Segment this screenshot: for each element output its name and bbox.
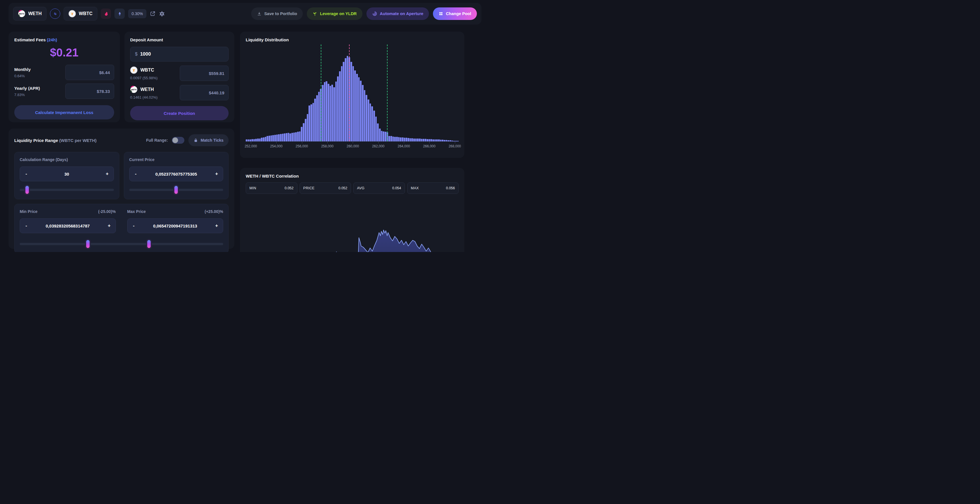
x-axis-tick xyxy=(251,142,251,143)
calc-range-value[interactable]: 30 xyxy=(33,172,101,176)
current-price-increment-button[interactable]: + xyxy=(210,171,223,177)
calc-range-slider[interactable] xyxy=(20,186,114,194)
uniswap-protocol-badge[interactable] xyxy=(101,8,111,19)
x-axis-label: 260,000 xyxy=(347,144,359,148)
calculate-impermanent-loss-button[interactable]: Calculate Impermanent Loss xyxy=(14,105,114,119)
yearly-fees-label: Yearly (APR) xyxy=(14,86,40,90)
current-price-marker-line xyxy=(349,44,350,141)
download-icon xyxy=(257,11,262,16)
match-ticks-button[interactable]: Match Ticks xyxy=(188,134,229,146)
token0-label: WETH xyxy=(28,11,42,16)
current-price-label: Current Price xyxy=(129,157,223,162)
app-page: WETH WETH ₮ WBTC xyxy=(0,0,490,252)
full-range-label: Full Range: xyxy=(146,138,168,143)
grid-icon xyxy=(439,11,443,16)
current-price-slider[interactable] xyxy=(129,186,223,194)
deposit-amount-input-wrap: $ xyxy=(130,47,229,62)
full-range-toggle[interactable] xyxy=(172,137,185,144)
liquidity-distribution-card: Liquidity Distribution 252,000254,000256… xyxy=(240,32,464,158)
change-pool-button[interactable]: Change Pool xyxy=(433,8,477,20)
ethereum-network-badge[interactable] xyxy=(115,8,125,19)
max-price-value[interactable]: 0,06547200947191313 xyxy=(140,223,211,228)
current-price-panel: Current Price - 0,0523776075775305 + xyxy=(124,152,229,199)
max-price-pct: (+25.00)% xyxy=(205,209,223,214)
external-link-icon xyxy=(150,11,156,17)
min-price-label: Min Price xyxy=(20,209,37,214)
token0-selector[interactable]: WETH WETH xyxy=(13,7,46,21)
svg-text:WETH: WETH xyxy=(19,13,25,15)
save-to-portfolio-button[interactable]: Save to Portfolio xyxy=(251,8,303,20)
max-price-stepper: - 0,06547200947191313 + xyxy=(127,218,223,233)
x-axis-tick xyxy=(353,142,353,143)
stat-box-price: PRICE 0.052 xyxy=(300,182,351,194)
weth-token-icon: WETH xyxy=(18,10,25,17)
max-price-label: Max Price xyxy=(127,209,146,214)
calculation-range-label: Calculation Range (Days) xyxy=(20,157,114,162)
histogram-bars xyxy=(246,56,458,141)
max-price-decrement-button[interactable]: - xyxy=(127,223,140,229)
calc-range-slider-thumb[interactable] xyxy=(25,186,29,194)
x-axis-tick xyxy=(404,142,404,143)
estimated-fees-card: Estimated Fees (24h) $0.21 Monthly 0.64%… xyxy=(9,32,120,122)
lock-icon xyxy=(194,138,198,143)
calc-range-increment-button[interactable]: + xyxy=(101,171,114,177)
match-ticks-label: Match Ticks xyxy=(200,138,223,143)
monthly-fees-value: $6.44 xyxy=(65,65,114,80)
current-price-decrement-button[interactable]: - xyxy=(130,171,142,177)
automate-on-aperture-label: Automate on Aperture xyxy=(380,11,423,16)
min-price-slider-thumb[interactable] xyxy=(86,240,90,248)
correlation-area-chart[interactable] xyxy=(240,218,464,252)
min-price-marker-line[interactable] xyxy=(321,44,321,141)
uniswap-unicorn-icon xyxy=(103,11,109,17)
save-to-portfolio-label: Save to Portfolio xyxy=(264,11,297,16)
deposit-wbtc-label: WBTC xyxy=(140,68,154,73)
create-position-button[interactable]: Create Position xyxy=(130,106,229,120)
automate-on-aperture-button[interactable]: Automate on Aperture xyxy=(366,8,429,20)
x-axis-label: 252,000 xyxy=(245,144,257,148)
liquidity-distribution-title: Liquidity Distribution xyxy=(246,37,458,42)
token1-label: WBTC xyxy=(79,11,92,16)
aperture-spiral-icon xyxy=(372,11,377,16)
sprout-icon xyxy=(312,11,317,16)
price-range-dual-slider[interactable] xyxy=(20,240,223,248)
deposit-amount-input[interactable] xyxy=(140,51,224,57)
x-axis-label: 258,000 xyxy=(321,144,333,148)
pool-toolbar: WETH WETH ₮ WBTC xyxy=(9,3,481,24)
token1-selector[interactable]: ₮ WBTC xyxy=(64,7,97,21)
stat-box-max: MAX 0.056 xyxy=(407,182,459,194)
external-link-button[interactable] xyxy=(150,11,156,17)
monthly-fees-pct: 0.64% xyxy=(14,74,31,78)
calc-range-decrement-button[interactable]: - xyxy=(20,171,33,177)
swap-tokens-button[interactable] xyxy=(50,8,60,19)
change-pool-label: Change Pool xyxy=(446,11,471,16)
liquidity-distribution-chart[interactable] xyxy=(246,56,458,141)
min-max-price-panel: Min Price (-25.00)% - 0,0392832056831478… xyxy=(14,204,229,252)
slider-track xyxy=(20,243,223,245)
stat-box-avg: AVG 0.054 xyxy=(353,182,405,194)
price-range-unit-label: (WBTC per WETH) xyxy=(59,138,97,143)
leverage-on-yldr-button[interactable]: Leverage on YLDR xyxy=(307,8,363,20)
estimated-fees-title: Estimated Fees (24h) xyxy=(14,37,114,42)
min-price-decrement-button[interactable]: - xyxy=(20,223,33,229)
fees-period-label: (24h) xyxy=(47,37,57,42)
current-price-stepper: - 0,0523776075775305 + xyxy=(129,166,223,181)
leverage-on-yldr-label: Leverage on YLDR xyxy=(320,11,357,16)
yearly-fees-pct: 7.83% xyxy=(14,93,40,97)
settings-button[interactable] xyxy=(159,11,165,17)
max-price-increment-button[interactable]: + xyxy=(210,223,223,229)
current-price-value[interactable]: 0,0523776075775305 xyxy=(142,172,211,176)
dollar-prefix: $ xyxy=(135,52,138,57)
daily-fees-value: $0.21 xyxy=(14,46,114,59)
min-price-value[interactable]: 0,03928320568314787 xyxy=(33,223,103,228)
monthly-fees-label: Monthly xyxy=(14,67,31,72)
max-price-marker-line[interactable] xyxy=(387,44,388,141)
liquidity-price-range-card: Liquidity Price Range (WBTC per WETH) Fu… xyxy=(9,128,234,249)
svg-text:₮: ₮ xyxy=(71,12,74,16)
gear-icon xyxy=(159,11,165,17)
current-price-slider-thumb[interactable] xyxy=(174,186,178,194)
x-axis-tick xyxy=(276,142,277,143)
yearly-fees-value: $78.33 xyxy=(65,84,114,99)
max-price-slider-thumb[interactable] xyxy=(147,240,151,248)
min-price-increment-button[interactable]: + xyxy=(103,223,116,229)
deposit-amount-title: Deposit Amount xyxy=(130,37,229,42)
